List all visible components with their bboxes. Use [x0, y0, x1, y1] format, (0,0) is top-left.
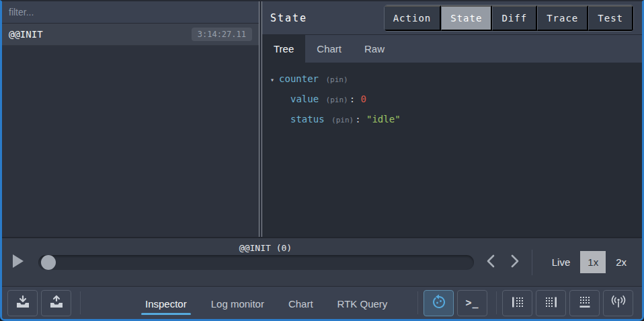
- inspector-title: State: [270, 12, 307, 24]
- inspector-subtab-bar: Tree Chart Raw: [262, 34, 642, 63]
- chevron-right-icon: [510, 254, 520, 271]
- play-button[interactable]: [11, 254, 28, 271]
- tree-node-status[interactable]: status (pin): "idle": [270, 110, 634, 130]
- dock-divider: [496, 291, 497, 314]
- tree-value-string: "idle": [366, 114, 401, 124]
- subtab-tree[interactable]: Tree: [262, 35, 305, 63]
- chevron-left-icon: [486, 254, 495, 271]
- subtab-chart[interactable]: Chart: [305, 35, 353, 63]
- dock-right-icon: [544, 295, 559, 312]
- play-icon: [11, 253, 25, 271]
- action-list-item[interactable]: @@INIT 3:14:27.11: [2, 24, 259, 46]
- tree-node-value[interactable]: value (pin): 0: [270, 90, 634, 110]
- tree-key: status: [290, 114, 325, 124]
- playback-divider: [532, 250, 532, 275]
- step-forward-button[interactable]: [508, 251, 522, 273]
- seek-slider[interactable]: [38, 255, 474, 270]
- tab-action[interactable]: Action: [385, 5, 442, 31]
- bottom-bar: Inspector Log monitor Chart RTK Query >_: [2, 286, 642, 319]
- dock-left-button[interactable]: [502, 290, 532, 316]
- download-tray-icon: [15, 295, 31, 312]
- step-back-button[interactable]: [483, 251, 498, 273]
- tree-colon: :: [350, 94, 355, 104]
- dock-bottom-button[interactable]: [569, 290, 600, 316]
- tree-node-counter[interactable]: ▾counter (pin): [270, 69, 634, 90]
- tab-chart[interactable]: Chart: [287, 290, 315, 316]
- bottom-bar-actions: >_: [412, 290, 637, 316]
- main-area: @@INIT 3:14:27.11 State Action State Dif…: [2, 1, 642, 237]
- action-name: @@INIT: [9, 29, 192, 40]
- tree-key: counter: [279, 73, 319, 84]
- tree-meta: (pin): [331, 116, 354, 124]
- inspector-panel: State Action State Diff Trace Test Tree …: [262, 1, 642, 237]
- export-button[interactable]: [41, 290, 71, 316]
- stopwatch-icon: [431, 294, 447, 312]
- tab-log-monitor[interactable]: Log monitor: [210, 290, 266, 316]
- live-button[interactable]: Live: [546, 252, 577, 273]
- broadcast-icon: [610, 295, 627, 312]
- playback-position-label: @@INIT (0): [239, 243, 292, 253]
- tab-inspector[interactable]: Inspector: [144, 290, 188, 316]
- monitor-tabs: Inspector Log monitor Chart RTK Query: [144, 290, 389, 316]
- action-list-panel: @@INIT 3:14:27.11: [2, 1, 259, 237]
- speed-1x-button[interactable]: 1x: [580, 251, 606, 273]
- import-button[interactable]: [7, 290, 38, 316]
- tab-diff[interactable]: Diff: [492, 5, 537, 31]
- tree-meta: (pin): [325, 75, 348, 84]
- tab-trace[interactable]: Trace: [537, 5, 588, 31]
- seek-slider-thumb[interactable]: [41, 255, 56, 270]
- terminal-icon: >_: [465, 297, 479, 309]
- dispatcher-button[interactable]: >_: [457, 290, 487, 316]
- dock-bottom-icon: [577, 295, 592, 312]
- state-tree: ▾counter (pin) value (pin): 0 status (pi…: [262, 63, 642, 237]
- filter-input[interactable]: [9, 7, 252, 17]
- speed-2x-button[interactable]: 2x: [610, 252, 633, 273]
- bottom-bar-divider: [80, 291, 81, 314]
- dock-right-button[interactable]: [536, 290, 566, 316]
- tree-meta: (pin): [326, 96, 348, 104]
- upload-tray-icon: [48, 295, 65, 312]
- tab-rtk-query[interactable]: RTK Query: [336, 290, 389, 316]
- tree-key: value: [290, 94, 319, 104]
- tree-colon: :: [355, 114, 360, 124]
- playback-bar: @@INIT (0) Live 1x 2x: [2, 237, 642, 286]
- filter-row: [2, 1, 259, 24]
- tab-test[interactable]: Test: [588, 5, 633, 31]
- inspector-tab-group: Action State Diff Trace Test: [384, 5, 634, 32]
- remote-button[interactable]: [603, 290, 633, 316]
- caret-down-icon: ▾: [270, 76, 274, 83]
- inspector-header: State Action State Diff Trace Test: [262, 1, 642, 34]
- devtools-window: @@INIT 3:14:27.11 State Action State Dif…: [0, 0, 644, 321]
- actions-divider: [417, 291, 418, 314]
- tree-value-number: 0: [361, 94, 366, 104]
- record-toggle-button[interactable]: [424, 290, 454, 316]
- action-timestamp: 3:14:27.11: [192, 28, 252, 41]
- tab-state[interactable]: State: [441, 5, 492, 31]
- dock-left-icon: [510, 295, 525, 312]
- subtab-raw[interactable]: Raw: [353, 35, 396, 63]
